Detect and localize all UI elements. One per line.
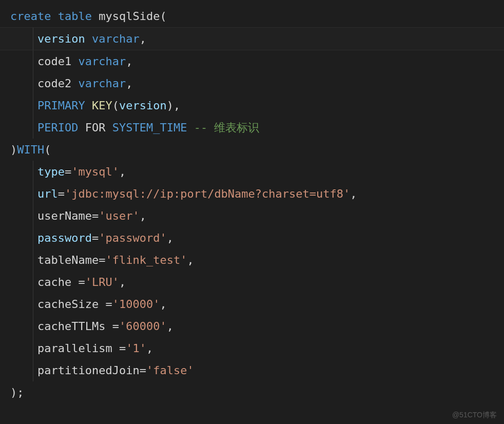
- indent-guide: [33, 28, 33, 50]
- paren-open: (: [160, 10, 166, 23]
- column-version: version: [37, 32, 85, 45]
- equals: =: [78, 276, 85, 288]
- equals: =: [119, 342, 126, 355]
- space: [99, 298, 105, 311]
- string-value: '60000': [119, 320, 167, 333]
- code-line[interactable]: create table mysqlSide(: [0, 5, 504, 27]
- string-value: 'jdbc:mysql://ip:port/dbName?charset=utf…: [65, 187, 350, 200]
- type-varchar: varchar: [78, 77, 126, 90]
- code-line[interactable]: cache ='LRU',: [0, 271, 504, 293]
- comma: ,: [126, 77, 132, 90]
- equals: =: [105, 298, 112, 311]
- comma: ,: [140, 209, 146, 222]
- code-line[interactable]: );: [0, 381, 504, 403]
- code-line[interactable]: userName='user',: [0, 205, 504, 227]
- comma: ,: [126, 55, 132, 68]
- column-code2: code2: [37, 77, 71, 90]
- prop-cachettlms: cacheTTLMs: [37, 320, 105, 333]
- comma: ,: [167, 232, 173, 244]
- keyword-key: KEY: [92, 99, 112, 112]
- equals: =: [99, 254, 105, 266]
- indent-guide: [33, 249, 33, 271]
- code-editor[interactable]: create table mysqlSide( version varchar,…: [0, 0, 504, 403]
- code-line[interactable]: cacheTTLMs ='60000',: [0, 315, 504, 337]
- string-value: '1': [126, 342, 146, 355]
- string-value: 'LRU': [85, 276, 119, 288]
- code-line[interactable]: tableName='flink_test',: [0, 249, 504, 271]
- indent-guide: [33, 337, 33, 359]
- string-value: '10000': [112, 298, 160, 311]
- paren-close: ): [167, 99, 173, 112]
- table-name: mysqlSide: [99, 10, 160, 23]
- string-value: 'user': [99, 209, 139, 222]
- string-value: 'flink_test': [105, 254, 187, 266]
- equals: =: [112, 320, 119, 333]
- string-value: 'password': [99, 232, 166, 244]
- comma: ,: [119, 165, 126, 178]
- equals: =: [140, 364, 146, 377]
- prop-tablename: tableName: [37, 254, 99, 266]
- string-value: 'false': [146, 364, 194, 377]
- space: [105, 320, 112, 333]
- comma: ,: [160, 298, 166, 311]
- indent-guide: [33, 72, 33, 94]
- comma: ,: [173, 99, 180, 112]
- comment: -- 维表标识: [194, 121, 260, 134]
- paren-close: ): [10, 386, 17, 399]
- prop-password: password: [37, 232, 92, 244]
- code-line[interactable]: )WITH(: [0, 139, 504, 161]
- comma: ,: [146, 342, 153, 355]
- indent-guide: [33, 183, 33, 205]
- indent-guide: [33, 205, 33, 227]
- indent-guide: [33, 293, 33, 315]
- indent-guide: [33, 117, 33, 139]
- code-line[interactable]: partitionedJoin='false': [0, 359, 504, 381]
- type-varchar: varchar: [78, 55, 126, 68]
- string-value: 'mysql': [71, 165, 119, 178]
- comma: ,: [187, 254, 193, 266]
- equals: =: [92, 209, 99, 222]
- pk-column: version: [119, 99, 167, 112]
- type-varchar: varchar: [92, 32, 140, 45]
- watermark: @51CTO博客: [452, 411, 497, 420]
- indent-guide: [33, 359, 33, 381]
- code-line[interactable]: PRIMARY KEY(version),: [0, 94, 504, 117]
- code-line[interactable]: code1 varchar,: [0, 50, 504, 72]
- indent-guide: [33, 227, 33, 249]
- indent-guide: [33, 161, 33, 183]
- comma: ,: [167, 320, 173, 333]
- indent-guide: [33, 50, 33, 72]
- indent-guide: [33, 315, 33, 337]
- keyword-table: table: [58, 10, 92, 23]
- prop-username: userName: [37, 209, 92, 222]
- code-line[interactable]: password='password',: [0, 227, 504, 249]
- paren-open: (: [44, 143, 51, 156]
- paren-open: (: [112, 99, 119, 112]
- indent-guide: [33, 94, 33, 117]
- keyword-create: create: [10, 10, 51, 23]
- column-code1: code1: [37, 55, 71, 68]
- code-line[interactable]: cacheSize ='10000',: [0, 293, 504, 315]
- space: [71, 276, 78, 288]
- code-line[interactable]: PERIOD FOR SYSTEM_TIME -- 维表标识: [0, 117, 504, 139]
- code-line[interactable]: code2 varchar,: [0, 72, 504, 94]
- code-line[interactable]: type='mysql',: [0, 161, 504, 183]
- space: [112, 342, 119, 355]
- comma: ,: [119, 276, 126, 288]
- code-line[interactable]: parallelism ='1',: [0, 337, 504, 359]
- comma: ,: [350, 187, 357, 200]
- keyword-primary: PRIMARY: [37, 99, 85, 112]
- semicolon: ;: [17, 386, 24, 399]
- prop-type: type: [37, 165, 65, 178]
- prop-url: url: [37, 187, 58, 200]
- prop-cachesize: cacheSize: [37, 298, 99, 311]
- prop-partitionedjoin: partitionedJoin: [37, 364, 140, 377]
- code-line[interactable]: url='jdbc:mysql://ip:port/dbName?charset…: [0, 183, 504, 205]
- code-line[interactable]: version varchar,: [0, 27, 504, 50]
- equals: =: [65, 165, 71, 178]
- keyword-for: FOR: [85, 121, 106, 134]
- prop-cache: cache: [37, 276, 71, 288]
- prop-parallelism: parallelism: [37, 342, 112, 355]
- equals: =: [58, 187, 65, 200]
- keyword-with: WITH: [17, 143, 44, 156]
